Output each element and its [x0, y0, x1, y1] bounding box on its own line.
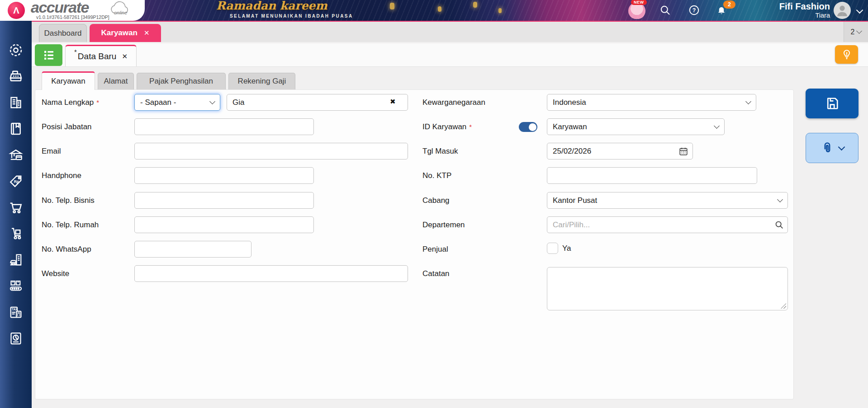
help-icon[interactable]: ?: [688, 4, 700, 16]
website-input[interactable]: [134, 265, 408, 282]
required-asterisk: *: [469, 123, 472, 131]
manufacture-conveyor-icon[interactable]: [8, 278, 24, 294]
banner-title: Ramadan kareem: [216, 0, 327, 12]
tab-close-icon[interactable]: ✕: [144, 29, 150, 37]
sapaan-select[interactable]: - Sapaan -: [134, 94, 220, 111]
form-tab-rekening-label: Rekening Gaji: [238, 77, 286, 86]
fixed-asset-building-car-icon[interactable]: [8, 252, 24, 268]
doc-tab-close-icon[interactable]: ✕: [122, 52, 128, 61]
resize-handle[interactable]: [781, 303, 786, 309]
ledger-book-icon[interactable]: [8, 121, 24, 137]
chevron-down-icon: [745, 98, 751, 104]
toggle-knob: [529, 123, 536, 131]
settings-gear-icon[interactable]: [8, 42, 24, 58]
tgl-masuk-label: Tgl Masuk: [422, 143, 458, 159]
posisi-jabatan-input[interactable]: [134, 118, 314, 135]
company-building-icon[interactable]: [8, 94, 24, 111]
doc-tab-data-baru[interactable]: * Data Baru ✕: [65, 45, 137, 66]
departemen-label: Departemen: [422, 216, 465, 233]
kewarganegaraan-select[interactable]: Indonesia: [547, 94, 756, 111]
id-karyawan-toggle-on[interactable]: [519, 122, 537, 132]
attachment-chevron-down-icon[interactable]: [838, 143, 845, 150]
tab-karyawan[interactable]: Karyawan ✕: [90, 24, 161, 42]
cash-register-icon[interactable]: [8, 68, 24, 84]
departemen-search-input[interactable]: [547, 216, 788, 233]
lantern-decoration: [390, 3, 394, 9]
attachment-button[interactable]: [806, 133, 859, 163]
accurate-logo-icon: Λ: [8, 2, 25, 19]
tax-calculator-icon[interactable]: TAX: [8, 304, 24, 320]
website-label: Website: [42, 265, 69, 282]
chevron-down-icon: [777, 197, 783, 202]
form-tab-karyawan-label: Karyawan: [51, 77, 85, 86]
unsaved-indicator: *: [74, 48, 77, 56]
penjual-checkbox[interactable]: [547, 243, 558, 254]
tab-overflow-dropdown[interactable]: 2: [844, 22, 868, 42]
handphone-input[interactable]: [134, 167, 314, 184]
cabang-label: Cabang: [422, 192, 450, 209]
chevron-down-icon: [857, 28, 863, 34]
email-label: Email: [42, 143, 61, 159]
new-badge: NEW: [631, 0, 647, 5]
doc-tab-label: Data Baru: [78, 52, 117, 61]
telp-rumah-input[interactable]: [134, 216, 314, 233]
telp-bisnis-input[interactable]: [134, 192, 314, 209]
kewarganegaraan-label: Kewarganegaraan: [422, 94, 485, 111]
search-icon[interactable]: [774, 220, 784, 230]
cabang-select[interactable]: Kantor Pusat: [547, 192, 788, 209]
app-version: v1.0.1#3761-587261 [3499P12DP]: [36, 14, 109, 20]
no-ktp-label: No. KTP: [422, 167, 451, 184]
user-avatar[interactable]: [834, 2, 851, 19]
purchase-handtruck-icon[interactable]: [8, 225, 24, 242]
lantern-decoration: [498, 8, 502, 13]
sales-cart-icon[interactable]: [8, 199, 24, 216]
save-button[interactable]: [806, 89, 859, 118]
form-tab-pajak-penghasilan[interactable]: Pajak Penghasilan: [137, 73, 226, 89]
hint-lightbulb-button[interactable]: [835, 45, 858, 64]
nama-lengkap-label: Nama Lengkap*: [42, 94, 99, 111]
catatan-textarea[interactable]: [547, 267, 788, 310]
id-karyawan-select[interactable]: Karyawan: [547, 118, 725, 135]
svg-text:Rp: Rp: [14, 179, 19, 184]
tab-overflow-count: 2: [851, 28, 855, 36]
window-tab-bar: Dashboard Karyawan ✕ 2: [0, 21, 868, 42]
top-header: Ramadan kareem SELAMAT MENUNAIKAN IBADAH…: [0, 0, 868, 21]
account-chevron-down-icon[interactable]: [856, 7, 863, 14]
whatsapp-input[interactable]: [134, 241, 251, 258]
no-ktp-input[interactable]: [547, 167, 757, 184]
bank-cash-icon[interactable]: [8, 147, 24, 163]
search-icon[interactable]: [659, 4, 671, 16]
report-chart-icon[interactable]: [8, 330, 24, 347]
banner-subtitle: SELAMAT MENUNAIKAN IBADAH PUASA: [230, 14, 353, 19]
record-list-button[interactable]: [35, 44, 62, 66]
lightbulb-icon: [840, 48, 853, 61]
form-tab-rekening-gaji[interactable]: Rekening Gaji: [228, 73, 295, 89]
clear-input-icon[interactable]: ✖: [390, 98, 396, 106]
tab-dashboard[interactable]: Dashboard: [39, 24, 87, 42]
posisi-jabatan-label: Posisi Jabatan: [42, 118, 92, 135]
brand-name: accurate: [31, 0, 89, 16]
notification-count-badge: 2: [723, 0, 735, 9]
id-karyawan-value: Karyawan: [553, 122, 587, 131]
form-tab-alamat[interactable]: Alamat: [98, 73, 134, 89]
sales-price-tag-rp-icon[interactable]: Rp: [8, 173, 24, 189]
lantern-decoration: [438, 6, 441, 12]
chevron-down-icon: [209, 98, 215, 104]
cabang-value: Kantor Pusat: [553, 196, 597, 205]
svg-text:TAX: TAX: [12, 308, 18, 311]
tgl-masuk-input[interactable]: [547, 143, 693, 159]
brand-online: online: [114, 10, 127, 15]
whatsapp-label: No. WhatsApp: [42, 241, 91, 258]
handphone-label: Handphone: [42, 167, 81, 184]
user-name: Tiara: [746, 12, 830, 19]
nama-lengkap-input[interactable]: [227, 94, 408, 111]
form-tab-karyawan[interactable]: Karyawan: [42, 71, 95, 90]
lantern-decoration: [473, 2, 477, 8]
email-input[interactable]: [134, 143, 408, 159]
form-tab-pajak-label: Pajak Penghasilan: [149, 77, 213, 86]
module-sidebar: Rp TAX: [0, 21, 32, 408]
telp-rumah-label: No. Telp. Rumah: [42, 216, 99, 233]
penjual-label: Penjual: [422, 241, 448, 258]
calendar-icon[interactable]: [678, 146, 688, 156]
document-tab-strip: [32, 43, 868, 67]
